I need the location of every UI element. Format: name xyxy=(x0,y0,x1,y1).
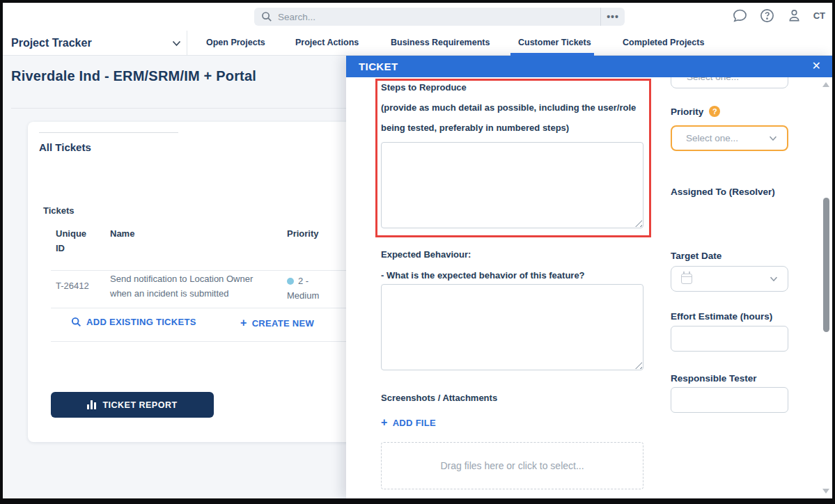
scrollbar-down-arrow[interactable] xyxy=(822,489,829,494)
page-separator xyxy=(11,108,346,109)
add-file-label: ADD FILE xyxy=(393,418,436,428)
close-icon[interactable]: ✕ xyxy=(812,58,821,74)
create-new-button[interactable]: + CREATE NEW xyxy=(240,317,314,329)
ticket-report-label: TICKET REPORT xyxy=(102,400,177,410)
search-options-button[interactable]: ••• xyxy=(601,8,625,26)
assigned-to-label: Assigned To (Resolver) xyxy=(671,187,775,197)
steps-to-reproduce-textarea[interactable] xyxy=(381,142,643,228)
user-initials[interactable]: CT xyxy=(813,10,825,21)
table-row-divider xyxy=(51,308,355,308)
nav-divider xyxy=(187,31,187,55)
top-bar: ••• CT xyxy=(3,3,832,31)
target-date-label: Target Date xyxy=(671,251,721,261)
tickets-section-label: Tickets xyxy=(43,205,75,216)
dropzone-text: Drag files here or click to select... xyxy=(440,460,584,471)
tab-completed-projects[interactable]: Completed Projects xyxy=(623,31,704,55)
expected-behaviour-textarea[interactable] xyxy=(381,284,643,370)
ticket-priority: 2 - Medium xyxy=(287,274,336,303)
priority-select[interactable]: Select one... xyxy=(671,125,788,151)
table-header-divider xyxy=(51,270,355,271)
search-icon xyxy=(261,11,272,22)
workspace-dropdown[interactable]: Project Tracker xyxy=(11,35,181,52)
plus-icon: + xyxy=(381,416,388,429)
plus-icon: + xyxy=(240,317,247,329)
chat-icon[interactable] xyxy=(732,8,748,24)
search-icon xyxy=(71,317,81,327)
nav-bar: Project Tracker Open Projects Project Ac… xyxy=(3,31,832,56)
responsible-tester-label: Responsible Tester xyxy=(671,373,757,384)
ticket-name: Send notification to Location Owner when… xyxy=(110,271,272,301)
app-window: ••• CT Project Tracker Open Projects Pro… xyxy=(3,3,832,498)
steps-label-line2: (provide as much detail as possible, inc… xyxy=(381,102,636,113)
target-date-picker[interactable] xyxy=(671,266,788,292)
add-existing-tickets-label: ADD EXISTING TICKETS xyxy=(86,317,196,327)
tab-open-projects[interactable]: Open Projects xyxy=(206,31,265,55)
modal-title: TICKET xyxy=(359,61,398,72)
all-tickets-panel: All Tickets Tickets Unique ID Name Prior… xyxy=(28,122,355,442)
page-title: Riverdale Ind - ERM/SRM/IM + Portal xyxy=(11,68,256,84)
priority-label-text: Priority xyxy=(671,107,703,117)
responsible-tester-input[interactable] xyxy=(671,387,788,413)
scrollbar-thumb[interactable] xyxy=(823,198,829,332)
add-file-button[interactable]: + ADD FILE xyxy=(381,416,436,429)
file-dropzone[interactable]: Drag files here or click to select... xyxy=(381,442,643,489)
tab-business-requirements[interactable]: Business Requirements xyxy=(391,31,490,55)
table-bottom-divider xyxy=(51,341,355,342)
steps-label-line3: being tested, preferably in numbered ste… xyxy=(381,123,569,133)
ticket-modal: Select one... TICKET ✕ Steps to Reproduc… xyxy=(346,56,832,498)
column-header-unique-id: Unique ID xyxy=(56,226,96,255)
ticket-unique-id: T-26412 xyxy=(56,278,89,293)
priority-field-label: Priority ? xyxy=(671,106,720,117)
priority-select-placeholder: Select one... xyxy=(686,133,769,143)
expected-label-line1: Expected Behaviour: xyxy=(381,249,471,260)
user-icon[interactable] xyxy=(786,8,802,24)
chevron-down-icon xyxy=(770,276,778,282)
help-icon[interactable] xyxy=(759,8,775,24)
workspace-label: Project Tracker xyxy=(11,37,92,49)
attachments-label: Screenshots / Attachments xyxy=(381,393,497,403)
column-header-name: Name xyxy=(110,226,272,241)
panel-title: All Tickets xyxy=(39,141,91,153)
search-input[interactable] xyxy=(272,12,600,22)
column-header-priority: Priority xyxy=(287,226,336,241)
chevron-down-icon xyxy=(769,136,777,141)
bar-chart-icon xyxy=(87,400,96,409)
expected-label-line2: - What is the expected behavior of this … xyxy=(381,270,585,281)
panel-topline xyxy=(39,132,178,133)
chevron-down-icon xyxy=(172,40,181,47)
steps-label-line1: Steps to Reproduce xyxy=(381,82,467,93)
tab-customer-tickets[interactable]: Customer Tickets xyxy=(518,31,591,55)
effort-estimate-input[interactable] xyxy=(671,326,788,352)
help-badge-icon[interactable]: ? xyxy=(709,106,720,117)
scrollbar-up-arrow[interactable] xyxy=(822,82,829,87)
priority-dot-icon xyxy=(287,278,294,285)
tab-project-actions[interactable]: Project Actions xyxy=(295,31,359,55)
calendar-icon xyxy=(681,274,692,284)
add-existing-tickets-button[interactable]: ADD EXISTING TICKETS xyxy=(71,317,196,327)
effort-estimate-label: Effort Estimate (hours) xyxy=(671,311,772,322)
ticket-report-button[interactable]: TICKET REPORT xyxy=(51,392,214,418)
modal-header: TICKET ✕ xyxy=(346,56,832,77)
create-new-label: CREATE NEW xyxy=(252,318,314,329)
global-search: ••• xyxy=(254,8,625,26)
